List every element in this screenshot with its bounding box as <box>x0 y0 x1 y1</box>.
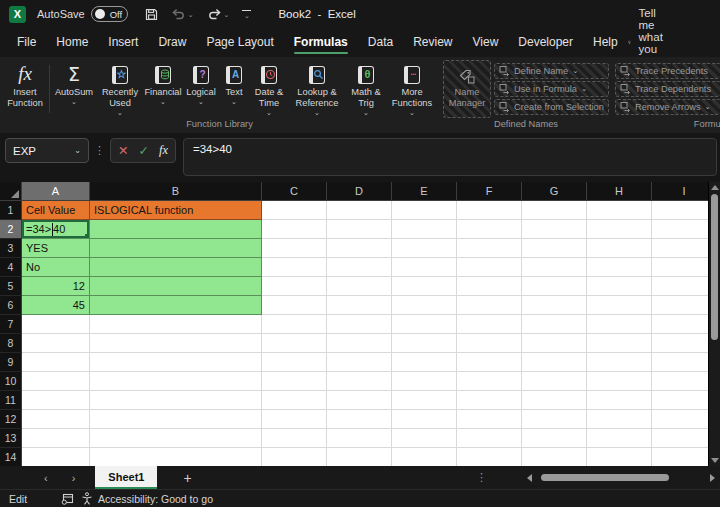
cell-g9[interactable] <box>522 353 587 372</box>
cell-a3[interactable]: YES <box>22 239 90 258</box>
cell-f3[interactable] <box>457 239 522 258</box>
cell-a5[interactable]: 12 <box>22 277 90 296</box>
horizontal-scrollbar[interactable] <box>537 473 705 482</box>
cell-c10[interactable] <box>262 372 327 391</box>
column-header-e[interactable]: E <box>392 182 457 201</box>
cell-f7[interactable] <box>457 315 522 334</box>
row-header-9[interactable]: 9 <box>0 353 22 372</box>
undo-button[interactable]: ⌄ <box>171 8 194 20</box>
cell-e3[interactable] <box>392 239 457 258</box>
text-button[interactable]: AText⌄ <box>219 60 249 118</box>
use-in-formula-button[interactable]: Use in Formula⌄ <box>494 81 609 97</box>
cell-e5[interactable] <box>392 277 457 296</box>
cell-f12[interactable] <box>457 410 522 429</box>
financial-button[interactable]: Financial⌄ <box>143 60 183 118</box>
cell-d4[interactable] <box>327 258 392 277</box>
cell-a9[interactable] <box>22 353 90 372</box>
cell-e7[interactable] <box>392 315 457 334</box>
column-header-f[interactable]: F <box>457 182 522 201</box>
cell-c6[interactable] <box>262 296 327 315</box>
cell-g7[interactable] <box>522 315 587 334</box>
cell-d10[interactable] <box>327 372 392 391</box>
cell-h12[interactable] <box>587 410 652 429</box>
column-header-b[interactable]: B <box>90 182 262 201</box>
more-functions-button[interactable]: •••More Functions⌄ <box>387 60 437 118</box>
row-header-3[interactable]: 3 <box>0 239 22 258</box>
tab-home[interactable]: Home <box>46 29 98 56</box>
cell-h4[interactable] <box>587 258 652 277</box>
date-time-button[interactable]: Date & Time⌄ <box>249 60 289 118</box>
cell-c13[interactable] <box>262 429 327 448</box>
cell-d8[interactable] <box>327 334 392 353</box>
cell-e12[interactable] <box>392 410 457 429</box>
autosave-toggle[interactable]: Off <box>91 6 128 22</box>
cell-f11[interactable] <box>457 391 522 410</box>
cell-c14[interactable] <box>262 448 327 466</box>
row-header-11[interactable]: 11 <box>0 391 22 410</box>
cell-c8[interactable] <box>262 334 327 353</box>
cell-g13[interactable] <box>522 429 587 448</box>
row-header-5[interactable]: 5 <box>0 277 22 296</box>
row-header-1[interactable]: 1 <box>0 201 22 220</box>
cell-f4[interactable] <box>457 258 522 277</box>
cell-f5[interactable] <box>457 277 522 296</box>
cell-d5[interactable] <box>327 277 392 296</box>
cell-f8[interactable] <box>457 334 522 353</box>
scroll-up-icon[interactable] <box>711 185 719 190</box>
cell-h5[interactable] <box>587 277 652 296</box>
cell-f2[interactable] <box>457 220 522 239</box>
cell-b2[interactable] <box>90 220 262 239</box>
cell-h9[interactable] <box>587 353 652 372</box>
cell-g3[interactable] <box>522 239 587 258</box>
row-header-6[interactable]: 6 <box>0 296 22 315</box>
cell-g6[interactable] <box>522 296 587 315</box>
cell-a1[interactable]: Cell Value <box>22 201 90 220</box>
formula-input[interactable]: =34>40 <box>183 138 717 176</box>
redo-button[interactable]: ⌄ <box>207 8 230 20</box>
cell-e2[interactable] <box>392 220 457 239</box>
cell-c7[interactable] <box>262 315 327 334</box>
cell-a6[interactable]: 45 <box>22 296 90 315</box>
cell-g14[interactable] <box>522 448 587 466</box>
tab-help[interactable]: Help <box>583 29 628 56</box>
cell-d14[interactable] <box>327 448 392 466</box>
cell-e13[interactable] <box>392 429 457 448</box>
cell-c12[interactable] <box>262 410 327 429</box>
cell-c3[interactable] <box>262 239 327 258</box>
cell-g1[interactable] <box>522 201 587 220</box>
cell-h7[interactable] <box>587 315 652 334</box>
tab-page-layout[interactable]: Page Layout <box>196 29 283 56</box>
prev-sheet-button[interactable]: ‹ <box>38 472 54 484</box>
row-header-13[interactable]: 13 <box>0 429 22 448</box>
cell-h14[interactable] <box>587 448 652 466</box>
cell-b12[interactable] <box>90 410 262 429</box>
cell-d3[interactable] <box>327 239 392 258</box>
cell-f10[interactable] <box>457 372 522 391</box>
recently-used-button[interactable]: ☆Recently Used⌄ <box>97 60 143 118</box>
add-sheet-button[interactable]: + <box>183 470 191 486</box>
row-header-2[interactable]: 2 <box>0 220 22 239</box>
tab-formulas[interactable]: Formulas <box>284 29 358 56</box>
cell-c5[interactable] <box>262 277 327 296</box>
cell-h13[interactable] <box>587 429 652 448</box>
cell-c11[interactable] <box>262 391 327 410</box>
cell-b4[interactable] <box>90 258 262 277</box>
cell-g11[interactable] <box>522 391 587 410</box>
cell-b11[interactable] <box>90 391 262 410</box>
row-header-14[interactable]: 14 <box>0 448 22 466</box>
cell-a11[interactable] <box>22 391 90 410</box>
cell-e1[interactable] <box>392 201 457 220</box>
cell-d7[interactable] <box>327 315 392 334</box>
cell-d11[interactable] <box>327 391 392 410</box>
cell-a4[interactable]: No <box>22 258 90 277</box>
next-sheet-button[interactable]: › <box>66 472 82 484</box>
cell-a2[interactable]: =34>40 <box>22 220 90 239</box>
math-trig-button[interactable]: θMath & Trig⌄ <box>345 60 387 118</box>
column-header-d[interactable]: D <box>327 182 392 201</box>
column-header-h[interactable]: H <box>587 182 652 201</box>
logical-button[interactable]: ?Logical⌄ <box>183 60 219 118</box>
cell-h2[interactable] <box>587 220 652 239</box>
cell-h8[interactable] <box>587 334 652 353</box>
cell-a12[interactable] <box>22 410 90 429</box>
autosum-button[interactable]: ΣAutoSum⌄ <box>51 60 97 118</box>
